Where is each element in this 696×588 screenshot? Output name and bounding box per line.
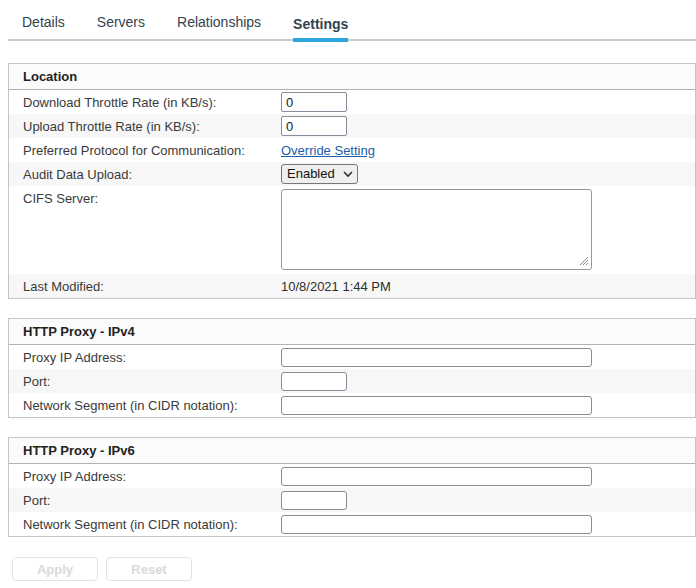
cifs-server-textarea[interactable] <box>281 189 592 270</box>
tab-bar: Details Servers Relationships Settings <box>8 0 696 41</box>
tab-relationships[interactable]: Relationships <box>177 14 261 39</box>
location-section-title: Location <box>9 64 695 90</box>
override-setting-link[interactable]: Override Setting <box>281 143 375 158</box>
ipv6-network-segment-row: Network Segment (in CIDR notation): <box>9 512 695 536</box>
tab-details[interactable]: Details <box>22 14 65 39</box>
last-modified-value: 10/8/2021 1:44 PM <box>281 279 391 294</box>
location-section: Location Download Throttle Rate (in KB/s… <box>8 63 696 299</box>
ipv4-port-input[interactable] <box>281 372 347 391</box>
preferred-protocol-row: Preferred Protocol for Communication: Ov… <box>9 138 695 162</box>
download-throttle-label: Download Throttle Rate (in KB/s): <box>23 95 281 110</box>
upload-throttle-input[interactable] <box>281 116 347 136</box>
reset-button[interactable]: Reset <box>106 557 192 581</box>
ipv6-network-segment-label: Network Segment (in CIDR notation): <box>23 517 281 532</box>
ipv6-network-segment-input[interactable] <box>281 515 592 534</box>
ipv6-proxy-ip-row: Proxy IP Address: <box>9 464 695 488</box>
download-throttle-input[interactable] <box>281 92 347 112</box>
ipv4-proxy-ip-input[interactable] <box>281 348 592 367</box>
upload-throttle-label: Upload Throttle Rate (in KB/s): <box>23 119 281 134</box>
ipv4-proxy-ip-label: Proxy IP Address: <box>23 350 281 365</box>
audit-data-upload-row: Audit Data Upload: Enabled <box>9 162 695 186</box>
ipv6-proxy-ip-input[interactable] <box>281 467 592 486</box>
tab-settings[interactable]: Settings <box>293 16 348 42</box>
cifs-server-label: CIFS Server: <box>23 189 281 206</box>
ipv6-port-label: Port: <box>23 493 281 508</box>
ipv6-port-input[interactable] <box>281 491 347 510</box>
download-throttle-row: Download Throttle Rate (in KB/s): <box>9 90 695 114</box>
ipv4-port-row: Port: <box>9 369 695 393</box>
http-proxy-ipv6-title: HTTP Proxy - IPv6 <box>9 438 695 464</box>
audit-data-upload-label: Audit Data Upload: <box>23 167 281 182</box>
preferred-protocol-label: Preferred Protocol for Communication: <box>23 143 281 158</box>
upload-throttle-row: Upload Throttle Rate (in KB/s): <box>9 114 695 138</box>
last-modified-label: Last Modified: <box>23 279 281 294</box>
cifs-server-row: CIFS Server: <box>9 186 695 274</box>
audit-data-upload-select-wrap: Enabled <box>281 164 358 184</box>
ipv4-proxy-ip-row: Proxy IP Address: <box>9 345 695 369</box>
apply-button[interactable]: Apply <box>12 557 98 581</box>
ipv4-network-segment-row: Network Segment (in CIDR notation): <box>9 393 695 417</box>
http-proxy-ipv4-section: HTTP Proxy - IPv4 Proxy IP Address: Port… <box>8 318 696 418</box>
ipv4-network-segment-input[interactable] <box>281 396 592 415</box>
tab-servers[interactable]: Servers <box>97 14 145 39</box>
action-bar: Apply Reset <box>12 557 696 581</box>
ipv4-port-label: Port: <box>23 374 281 389</box>
http-proxy-ipv6-section: HTTP Proxy - IPv6 Proxy IP Address: Port… <box>8 437 696 537</box>
http-proxy-ipv4-title: HTTP Proxy - IPv4 <box>9 319 695 345</box>
ipv6-port-row: Port: <box>9 488 695 512</box>
ipv4-network-segment-label: Network Segment (in CIDR notation): <box>23 398 281 413</box>
audit-data-upload-select[interactable]: Enabled <box>281 164 358 184</box>
ipv6-proxy-ip-label: Proxy IP Address: <box>23 469 281 484</box>
last-modified-row: Last Modified: 10/8/2021 1:44 PM <box>9 274 695 298</box>
